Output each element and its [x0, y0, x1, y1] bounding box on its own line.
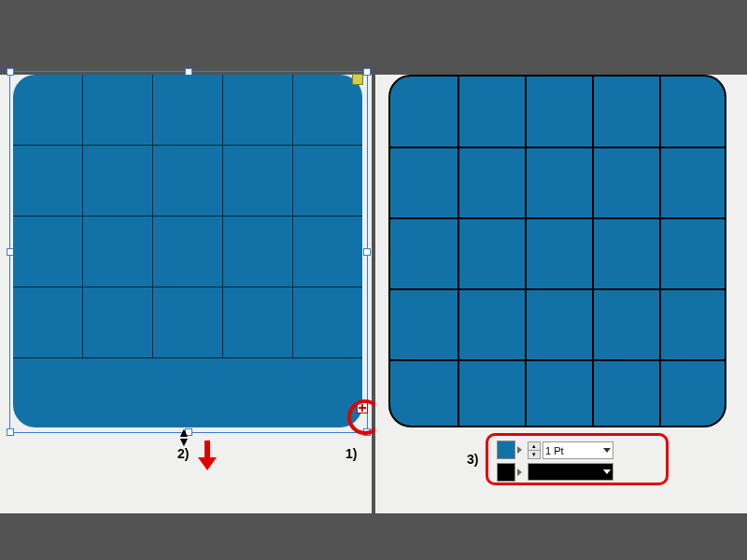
out-port-icon[interactable] — [357, 402, 368, 413]
control-strip: ▴ ▾ 1 Pt — [497, 441, 613, 482]
artboard-left[interactable]: ▲ ▼ 1) 2) — [0, 75, 372, 513]
stroke-weight-up[interactable]: ▴ — [529, 442, 540, 451]
stroke-swatch-flyout-icon[interactable] — [517, 469, 522, 476]
stroke-weight-stepper[interactable]: ▴ ▾ — [528, 441, 541, 459]
table-object-left[interactable] — [13, 75, 362, 427]
resize-handle-bl[interactable] — [7, 428, 14, 436]
annotation-label-step1: 1) — [345, 446, 357, 461]
stroke-weight-combo[interactable]: 1 Pt — [543, 441, 613, 459]
resize-handle-tr[interactable] — [363, 68, 371, 76]
document-window: ▲ ▼ 1) 2) — [0, 75, 747, 513]
table-corner-control[interactable] — [352, 74, 363, 85]
resize-handle-bm[interactable] — [185, 428, 192, 436]
resize-handle-br[interactable] — [363, 428, 371, 436]
dropdown-icon — [603, 469, 611, 474]
dropdown-icon — [603, 448, 611, 453]
stroke-style-combo[interactable] — [528, 463, 613, 481]
fill-swatch-flyout-icon[interactable] — [517, 446, 522, 454]
resize-cursor-icon: ▲ ▼ — [177, 427, 190, 446]
resize-handle-tl[interactable] — [7, 68, 14, 76]
stroke-swatch[interactable] — [497, 463, 515, 482]
stroke-weight-down[interactable]: ▾ — [529, 451, 540, 458]
annotation-arrow-step2 — [198, 441, 217, 470]
fill-swatch[interactable] — [497, 441, 515, 459]
artboard-right[interactable]: ▴ ▾ 1 Pt 3) — [375, 75, 747, 513]
table-object-right[interactable] — [388, 75, 726, 427]
stroke-weight-value: 1 Pt — [545, 445, 564, 456]
annotation-label-step3: 3) — [467, 452, 478, 467]
resize-handle-rm[interactable] — [363, 248, 371, 256]
annotation-label-step2: 2) — [177, 446, 189, 461]
